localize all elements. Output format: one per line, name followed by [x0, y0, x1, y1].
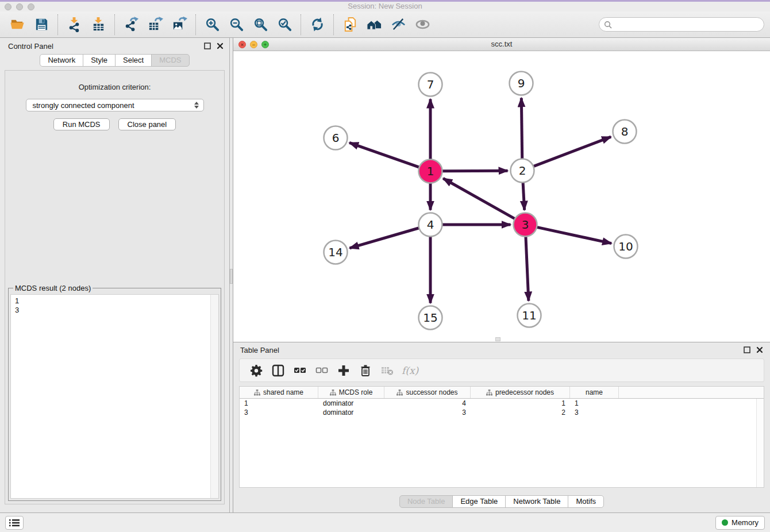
graph-node-label: 1	[427, 164, 434, 178]
graph-edge-2-9[interactable]	[521, 98, 522, 159]
close-table-panel-icon[interactable]	[756, 346, 763, 353]
first-neighbors-button[interactable]	[365, 16, 383, 33]
zoom-selected-button[interactable]	[276, 16, 293, 33]
import-network-button[interactable]	[66, 16, 83, 33]
open-session-button[interactable]	[9, 16, 26, 33]
graph-node-6[interactable]: 6	[324, 126, 348, 150]
graph-edge-2-8[interactable]	[533, 137, 611, 167]
float-table-panel-icon[interactable]	[744, 346, 750, 353]
graph-edge-3-1[interactable]	[443, 179, 515, 219]
graph-node-2[interactable]: 2	[511, 159, 534, 183]
column-visibility-button[interactable]	[271, 363, 286, 378]
tab-network[interactable]: Network	[40, 54, 83, 67]
horizontal-splitter-handle[interactable]	[495, 337, 500, 341]
zoom-fit-button[interactable]	[252, 16, 269, 33]
clone-network-button[interactable]	[341, 16, 359, 33]
network-maximize-icon[interactable]: +	[261, 41, 269, 48]
table-settings-button[interactable]	[249, 363, 264, 378]
splitter-handle[interactable]	[230, 269, 233, 284]
add-column-button[interactable]	[336, 363, 351, 378]
maximize-window-icon[interactable]	[28, 3, 34, 10]
graph-node-9[interactable]: 9	[510, 72, 533, 95]
network-canvas[interactable]: 7968124314101511	[233, 51, 770, 342]
tab-style[interactable]: Style	[83, 54, 116, 67]
close-panel-icon[interactable]	[217, 43, 224, 49]
trash-icon	[359, 364, 372, 377]
export-image-button[interactable]	[171, 16, 188, 33]
table-tab-motifs[interactable]: Motifs	[568, 495, 604, 508]
hierarchy-icon	[254, 390, 260, 396]
run-mcds-button[interactable]: Run MCDS	[53, 118, 110, 130]
graph-node-8[interactable]: 8	[613, 120, 637, 144]
network-minimize-icon[interactable]: −	[250, 41, 257, 48]
node-table[interactable]: shared nameMCDS rolesuccessor nodesprede…	[239, 386, 764, 488]
memory-button[interactable]: Memory	[715, 516, 765, 530]
graph-node-4[interactable]: 4	[419, 213, 442, 237]
select-all-button[interactable]	[292, 363, 307, 378]
graph-edge-4-14[interactable]	[349, 228, 419, 248]
graph-node-10[interactable]: 10	[614, 235, 638, 259]
right-column: × − + scc.txt 7968124314101511 Table Pan…	[233, 38, 770, 512]
table-tab-network-table[interactable]: Network Table	[505, 495, 568, 508]
save-session-button[interactable]	[33, 16, 50, 33]
graph-node-label: 6	[332, 131, 340, 145]
tab-mcds[interactable]: MCDS	[151, 54, 189, 67]
deselect-all-button[interactable]	[314, 363, 329, 378]
network-window-titlebar[interactable]: × − + scc.txt	[233, 38, 770, 51]
close-window-icon[interactable]	[5, 3, 11, 10]
float-panel-icon[interactable]	[204, 43, 211, 49]
zoom-out-button[interactable]	[228, 16, 245, 33]
network-close-icon[interactable]: ×	[238, 41, 246, 48]
table-cell-shared-name: 3	[240, 408, 318, 417]
graph-node-15[interactable]: 15	[419, 306, 442, 330]
mcds-result-list[interactable]: 13	[10, 294, 219, 499]
graph-edge-3-10[interactable]	[537, 227, 611, 243]
delete-table-button[interactable]	[380, 363, 395, 378]
graph-node-1[interactable]: 1	[419, 160, 442, 183]
graph-edge-3-11[interactable]	[526, 236, 529, 300]
task-history-button[interactable]	[5, 516, 24, 530]
graph-node-label: 11	[522, 309, 536, 322]
app-window-controls[interactable]	[5, 3, 34, 10]
graph-node-11[interactable]: 11	[518, 304, 541, 327]
hide-selected-button[interactable]	[390, 16, 407, 33]
table-tab-node-table[interactable]: Node Table	[399, 495, 453, 508]
column-header-mcds-role[interactable]: MCDS role	[318, 387, 384, 398]
show-all-button[interactable]	[414, 16, 431, 33]
column-header-label: successor nodes	[406, 388, 457, 396]
table-tab-edge-table[interactable]: Edge Table	[452, 495, 506, 508]
tab-select[interactable]: Select	[115, 54, 152, 67]
criterion-select[interactable]: strongly connected component	[26, 99, 204, 111]
result-scrollbar[interactable]	[210, 295, 218, 498]
graph-node-7[interactable]: 7	[419, 73, 442, 97]
table-row[interactable]: 3dominator323	[240, 408, 764, 417]
import-table-button[interactable]	[90, 16, 107, 33]
delete-column-button[interactable]	[358, 363, 373, 378]
export-table-button[interactable]	[147, 16, 164, 33]
column-header-predecessor-nodes[interactable]: predecessor nodes	[471, 387, 570, 398]
minimize-window-icon[interactable]	[16, 3, 23, 10]
close-panel-button[interactable]: Close panel	[118, 118, 176, 130]
global-search[interactable]	[599, 17, 764, 32]
export-network-button[interactable]	[122, 16, 140, 33]
table-scrollbar[interactable]	[756, 399, 764, 487]
function-builder-button[interactable]: f(x)	[402, 363, 418, 378]
zoom-in-button[interactable]	[203, 16, 221, 33]
graph-node-14[interactable]: 14	[324, 241, 348, 264]
graph-edge-2-3[interactable]	[523, 182, 525, 210]
table-cell-name: 1	[570, 399, 619, 408]
column-header-name[interactable]: name	[570, 387, 619, 398]
refresh-layout-button[interactable]	[309, 16, 326, 33]
table-row[interactable]: 1dominator411	[240, 399, 764, 408]
toolbar-separator	[301, 14, 301, 35]
graph-edge-1-6[interactable]	[349, 142, 419, 167]
clone-network-icon	[342, 17, 358, 32]
column-header-successor-nodes[interactable]: successor nodes	[384, 387, 471, 398]
graph-svg[interactable]: 7968124314101511	[233, 51, 769, 341]
delete-table-icon	[381, 364, 394, 377]
column-header-shared-name[interactable]: shared name	[240, 387, 318, 398]
graph-node-3[interactable]: 3	[514, 213, 537, 237]
vertical-splitter[interactable]	[229, 38, 233, 512]
graph-edge-1-2[interactable]	[442, 171, 507, 171]
search-input[interactable]	[615, 20, 759, 29]
